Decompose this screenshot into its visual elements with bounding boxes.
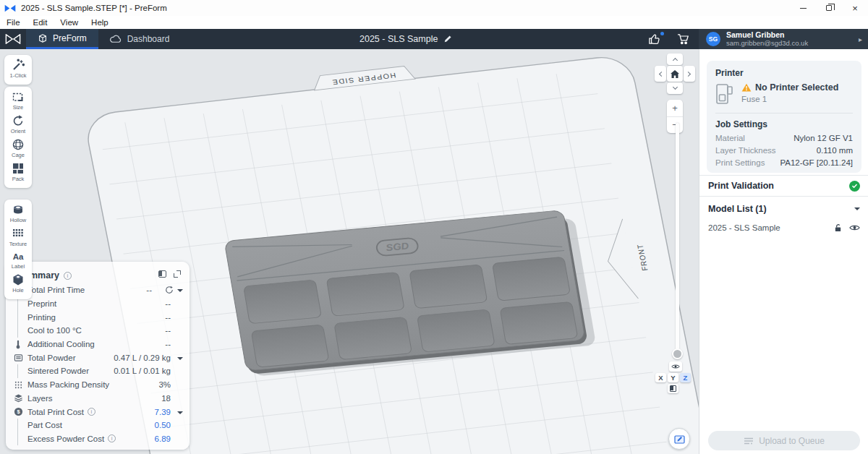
document-title: 2025 - SLS Sample (359, 29, 452, 49)
job-settings-heading: Job Settings (715, 119, 853, 129)
toolbar-group-modify: Hollow Texture Aa Label Hole (4, 200, 32, 299)
tool-label: Cage (12, 152, 25, 158)
formlabs-logo-icon[interactable] (0, 29, 26, 49)
summary-row-total-print-cost[interactable]: $ Total Print Cost i 7.39 (6, 405, 190, 419)
zoom-out-button[interactable]: − (667, 116, 683, 134)
validation-success-icon (849, 181, 860, 192)
tab-dashboard-label: Dashboard (127, 34, 170, 44)
info-icon[interactable]: i (64, 272, 72, 280)
minimize-button[interactable] (790, 0, 816, 16)
feedback-button[interactable] (668, 428, 690, 450)
caret-down-icon[interactable] (177, 289, 183, 292)
panel-expand-icon[interactable] (174, 270, 181, 278)
user-name: Samuel Gribben (726, 31, 808, 39)
document-title-text: 2025 - SLS Sample (359, 34, 438, 44)
summary-row-total-powder[interactable]: Total Powder0.47 L / 0.29 kg (6, 351, 190, 364)
panel-dock-icon[interactable] (158, 270, 166, 278)
dot-grid-icon (14, 380, 23, 390)
tool-pack[interactable]: Pack (12, 162, 25, 182)
tool-orient[interactable]: Orient (11, 114, 25, 134)
restore-button[interactable] (816, 0, 842, 16)
tool-hollow[interactable]: Hollow (10, 203, 27, 223)
caret-down-icon[interactable] (177, 357, 183, 360)
layer-slider-track[interactable] (676, 123, 679, 359)
job-setting-material[interactable]: MaterialNylon 12 GF V1 (715, 134, 853, 142)
visibility-button[interactable] (669, 361, 682, 372)
time-format-icon[interactable] (165, 286, 174, 294)
3d-viewport[interactable]: HOPPER SIDE FRONT SGD (0, 49, 699, 454)
user-email: sam.gribben@sgd3d.co.uk (726, 39, 808, 47)
row-label: Excess Powder Cost (27, 434, 104, 443)
zoom-controls: + − (667, 100, 683, 133)
tool-label-tool[interactable]: Aa Label (12, 251, 25, 270)
pan-up-button[interactable] (667, 53, 683, 65)
menu-edit[interactable]: Edit (27, 16, 54, 29)
summary-row-part-cost: Part Cost0.50 (6, 419, 190, 432)
pan-left-button[interactable] (655, 66, 666, 82)
tool-texture[interactable]: Texture (9, 227, 27, 247)
feedback-thumb-button[interactable] (648, 33, 661, 45)
job-setting-layer-thickness[interactable]: Layer Thickness0.110 mm (715, 146, 853, 155)
row-label: Layers (27, 394, 53, 403)
home-view-button[interactable] (667, 66, 683, 82)
pan-down-button[interactable] (667, 82, 683, 94)
summary-row-packing-density: Mass Packing Density3% (6, 378, 190, 392)
axis-y-button[interactable]: Y (668, 373, 678, 382)
pan-right-button[interactable] (684, 66, 695, 82)
summary-row-printing: Printing-- (6, 310, 190, 324)
print-validation-header[interactable]: Print Validation (699, 175, 868, 197)
row-value: -- (165, 326, 171, 335)
summary-row-additional-cooling: Additional Cooling-- (6, 338, 190, 351)
menu-help[interactable]: Help (85, 16, 115, 29)
tab-preform[interactable]: PreForm (26, 29, 98, 49)
printer-icon (715, 82, 734, 106)
summary-row-layers: Layers18 (6, 392, 190, 406)
tab-dashboard[interactable]: Dashboard (98, 29, 182, 49)
summary-row-total-print-time[interactable]: Total Print Time -- (6, 283, 190, 297)
zoom-in-button[interactable]: + (667, 100, 683, 116)
upload-to-queue-button[interactable]: Upload to Queue (708, 431, 860, 450)
close-button[interactable]: × (842, 0, 868, 16)
info-icon[interactable]: i (88, 408, 95, 416)
tool-cage[interactable]: Cage (12, 138, 25, 158)
edit-pencil-icon[interactable] (443, 35, 452, 43)
eye-icon[interactable] (849, 224, 860, 231)
tool-label: Pack (12, 176, 25, 182)
info-icon[interactable]: i (108, 434, 116, 442)
notification-dot (660, 32, 664, 35)
model-list-header[interactable]: Model List (1) (699, 200, 868, 218)
tool-one-click[interactable]: 1-Click (10, 59, 27, 79)
setting-label: Print Settings (715, 158, 765, 167)
tool-label: Texture (9, 241, 27, 247)
menu-file[interactable]: File (0, 16, 27, 29)
axis-z-button[interactable]: Z (680, 373, 691, 382)
layer-slider-handle[interactable] (672, 348, 683, 359)
tool-label: Orient (11, 128, 25, 134)
row-label: Cool to 100 °C (27, 326, 82, 335)
menu-view[interactable]: View (54, 16, 85, 29)
preform-app-icon (4, 4, 16, 13)
caret-down-icon[interactable] (177, 411, 183, 414)
caret-down-icon (854, 207, 860, 210)
row-label: Mass Packing Density (27, 380, 109, 389)
tool-size[interactable]: Size (12, 90, 25, 111)
tool-label: Label (12, 263, 25, 270)
user-account-menu[interactable]: SG Samuel Gribben sam.gribben@sgd3d.co.u… (699, 29, 868, 49)
printer-status: No Printer Selected (755, 82, 838, 93)
model-list-item[interactable]: 2025 - SLS Sample (699, 220, 868, 236)
cart-button[interactable] (677, 33, 690, 45)
cart-icon (677, 33, 690, 45)
unlock-icon[interactable] (834, 223, 842, 232)
section-view-button[interactable] (668, 384, 678, 393)
tool-hole[interactable]: Hole (12, 273, 25, 294)
eye-icon (671, 364, 680, 369)
cloud-icon (110, 35, 122, 43)
job-setting-print-settings[interactable]: Print SettingsPA12-GF [20.11.24] (715, 158, 853, 167)
row-label: Total Print Time (27, 286, 85, 294)
printer-card[interactable]: Printer No Printer Selected Fuse 1 Job S… (707, 61, 861, 173)
pack-icon (12, 162, 25, 175)
model-logo-text: SGD (385, 240, 409, 253)
axis-x-button[interactable]: X (655, 373, 666, 382)
row-value: -- (165, 299, 171, 308)
row-value: -- (165, 313, 171, 322)
